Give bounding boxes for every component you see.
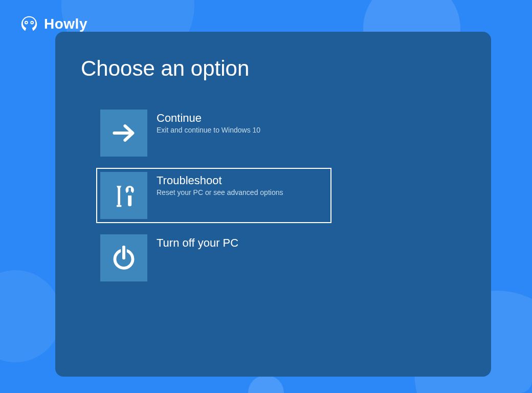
page-title: Choose an option [81, 56, 465, 81]
arrow-right-icon [109, 119, 138, 147]
option-troubleshoot[interactable]: Troubleshoot Reset your PC or see advanc… [96, 168, 331, 223]
option-text: Troubleshoot Reset your PC or see advanc… [157, 172, 283, 196]
option-title: Turn off your PC [157, 236, 238, 250]
brand-logo: Howly [19, 14, 87, 34]
bg-circle [0, 270, 61, 362]
svg-rect-4 [118, 187, 120, 205]
recovery-panel: Choose an option Continue Exit and conti… [55, 32, 491, 377]
bg-circle [248, 375, 284, 393]
option-turn-off[interactable]: Turn off your PC [96, 230, 331, 286]
power-icon [109, 244, 138, 272]
option-desc: Reset your PC or see advanced options [157, 188, 283, 196]
svg-point-2 [26, 22, 27, 24]
option-title: Continue [157, 112, 260, 125]
brand-name: Howly [44, 16, 87, 32]
option-text: Turn off your PC [157, 234, 238, 251]
option-text: Continue Exit and continue to Windows 10 [157, 110, 260, 134]
option-tile [100, 234, 147, 281]
svg-point-3 [31, 22, 33, 24]
options-list: Continue Exit and continue to Windows 10… [96, 105, 465, 286]
option-tile [100, 172, 147, 219]
option-title: Troubleshoot [157, 174, 283, 187]
option-desc: Exit and continue to Windows 10 [157, 126, 260, 134]
option-continue[interactable]: Continue Exit and continue to Windows 10 [96, 105, 331, 161]
tools-icon [109, 181, 138, 210]
owl-icon [19, 14, 39, 34]
option-tile [100, 110, 147, 157]
